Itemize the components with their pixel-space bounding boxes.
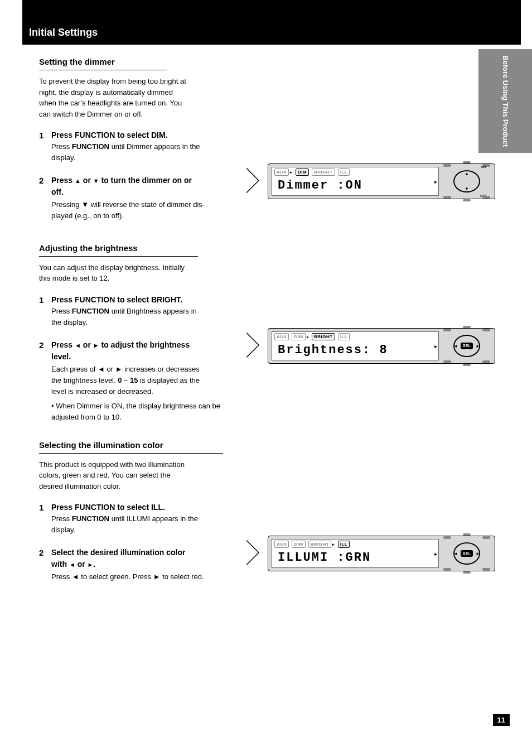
brightness-display: AUX DIM ▸ BRIGHT ILL Brightness: 8 ▸ ◄ [245,328,495,364]
illum-step-1: 1 Press FUNCTION to select ILL. [39,503,499,512]
illum-step1-desc: Press FUNCTION until ILLUMI appears in t… [51,513,499,536]
sidebar-label: Before Using This Product [501,55,510,147]
right-arrow-icon: ► [88,561,94,568]
dpad-control[interactable]: ◄ SEL ► [442,330,491,362]
tab-ill: ILL [338,333,350,340]
dpad-sel: SEL [461,343,473,349]
right-arrow-icon: ► [93,342,99,349]
dimmer-intro: To prevent the display from being too br… [39,76,499,119]
dimmer-display: AUX ▸ DIM BRIGHT ILL Dimmer :ON ▸ ▲ [245,163,495,199]
brightness-extra-note: • When Dimmer is ON, the display brightn… [51,401,245,423]
chevron-right-icon [245,167,261,196]
tab-aux: AUX [274,541,289,548]
lcd-text: Dimmer :ON [272,176,438,195]
dpad-up-icon: ▲ [465,171,469,176]
lcd-arrow-icon: ▸ [434,343,437,349]
sidebar-tab: Before Using This Product [478,49,532,153]
dpad-right-icon: ► [476,551,480,556]
header-bar: Initial Settings [22,0,521,45]
dpad-left-icon: ◄ [453,343,458,348]
step-title: Press FUNCTION to select BRIGHT. [51,295,499,304]
dimmer-step1-desc: Press FUNCTION until Dimmer appears in t… [51,141,499,163]
illum-step2-note: Press ◄ to select green. Press ► to sele… [51,571,245,582]
brightness-step-2: 2 Press ◄ or ► to adjust the brightness … [39,339,245,363]
tab-aux: AUX [274,333,289,340]
left-arrow-icon: ◄ [69,561,75,568]
illum-step-2: 2 Select the desired illumination color … [39,547,245,570]
tab-bright: BRIGHT [308,541,332,548]
selector-icon: ▸ [307,334,309,340]
tab-dim: DIM [296,168,309,176]
step-title: Press FUNCTION to select DIM. [51,131,499,139]
dimmer-step-1: 1 Press FUNCTION to select DIM. [39,131,499,140]
dpad-control[interactable]: ▲ ▼ ON OFF [442,166,491,197]
on-label: ON [481,165,486,168]
divider [39,256,198,257]
brightness-step1-desc: Press FUNCTION until Brightness appears … [51,306,499,328]
step-title: Press FUNCTION to select ILL. [51,503,499,512]
tab-dim: DIM [292,541,305,548]
tab-dim: DIM [292,333,305,340]
selector-icon: ▸ [332,541,335,547]
lcd-panel: AUX DIM BRIGHT ▸ ILL ILLUMI :GRN ▸ ◄ [268,536,495,571]
illum-intro: This product is equipped with two illumi… [39,459,499,492]
brightness-step2-note: Each press of ◄ or ► increases or decrea… [51,364,245,397]
dimmer-step-2: 2 Press ▲ or ▼ to turn the dimmer on or … [39,175,245,198]
divider [39,70,167,70]
dpad-sel: SEL [461,550,473,557]
lcd-screen: AUX DIM ▸ BRIGHT ILL Brightness: 8 ▸ [272,331,439,360]
tab-ill: ILL [338,168,350,176]
header-title: Initial Settings [22,0,521,38]
lcd-panel: AUX ▸ DIM BRIGHT ILL Dimmer :ON ▸ ▲ [268,163,495,199]
brightness-intro: You can adjust the display brightness. I… [39,262,499,284]
selector-icon: ▸ [290,169,293,175]
lcd-text: ILLUMI :GRN [272,548,438,567]
tab-ill: ILL [338,541,350,548]
dpad-down-icon: ▼ [465,186,469,191]
chevron-right-icon [245,331,261,360]
lcd-tabs: AUX ▸ DIM BRIGHT ILL [272,167,438,176]
dimmer-section-title: Setting the dimmer [39,57,499,66]
lcd-tabs: AUX DIM BRIGHT ▸ ILL [272,540,438,548]
lcd-text: Brightness: 8 [272,340,438,360]
tab-aux: AUX [274,168,289,176]
lcd-tabs: AUX DIM ▸ BRIGHT ILL [272,332,438,340]
dpad-left-icon: ◄ [453,551,458,556]
main-content: Setting the dimmer To prevent the displa… [0,57,532,582]
lcd-screen: AUX ▸ DIM BRIGHT ILL Dimmer :ON ▸ [272,167,439,196]
dimmer-step2-note: Pressing ▼ will reverse the state of dim… [51,199,245,221]
dpad-right-icon: ► [476,343,480,348]
dimmer-step-2-row: 2 Press ▲ or ▼ to turn the dimmer on or … [39,163,499,221]
illum-section-title: Selecting the illumination color [39,440,499,450]
left-arrow-icon: ◄ [75,342,81,349]
lcd-screen: AUX DIM BRIGHT ▸ ILL ILLUMI :GRN ▸ [272,539,439,568]
page-number: 11 [493,714,510,726]
brightness-step-1: 1 Press FUNCTION to select BRIGHT. [39,295,499,305]
lcd-arrow-icon: ▸ [434,179,437,185]
lcd-panel: AUX DIM ▸ BRIGHT ILL Brightness: 8 ▸ ◄ [268,328,495,364]
tab-bright: BRIGHT [312,168,335,176]
brightness-step-2-row: 2 Press ◄ or ► to adjust the brightness … [39,328,499,423]
tab-bright: BRIGHT [312,333,335,340]
divider [39,453,223,454]
illum-step-2-row: 2 Select the desired illumination color … [39,536,499,582]
chevron-right-icon [245,540,261,568]
down-arrow-icon: ▼ [93,177,99,184]
lcd-arrow-icon: ▸ [434,551,437,557]
brightness-section-title: Adjusting the brightness [39,243,499,253]
illum-display: AUX DIM BRIGHT ▸ ILL ILLUMI :GRN ▸ ◄ [245,536,495,571]
dpad-control[interactable]: ◄ SEL ► [442,538,491,569]
up-arrow-icon: ▲ [75,177,81,184]
